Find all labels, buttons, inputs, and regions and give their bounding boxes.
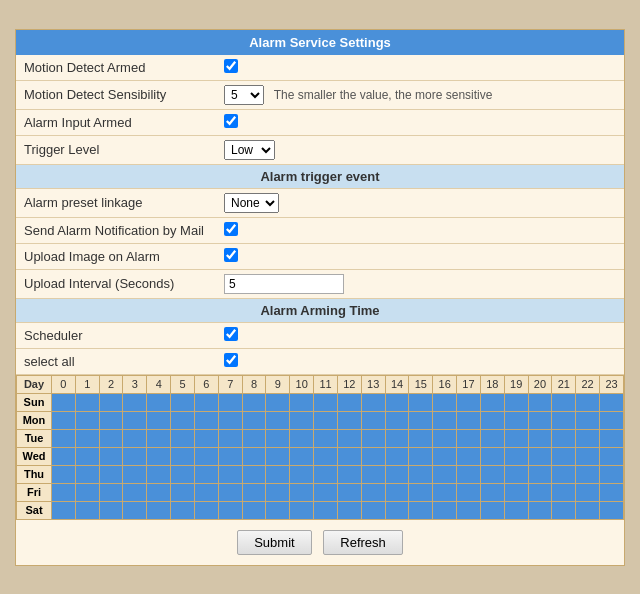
schedule-cell-mon-13[interactable] <box>361 411 385 429</box>
schedule-cell-sun-7[interactable] <box>218 393 242 411</box>
submit-button[interactable]: Submit <box>237 530 311 555</box>
schedule-cell-sat-13[interactable] <box>361 501 385 519</box>
schedule-cell-fri-21[interactable] <box>552 483 576 501</box>
schedule-cell-sat-18[interactable] <box>480 501 504 519</box>
schedule-cell-sat-0[interactable] <box>52 501 76 519</box>
schedule-cell-fri-7[interactable] <box>218 483 242 501</box>
schedule-cell-mon-22[interactable] <box>576 411 600 429</box>
schedule-cell-fri-10[interactable] <box>290 483 314 501</box>
schedule-cell-wed-16[interactable] <box>433 447 457 465</box>
schedule-cell-sat-16[interactable] <box>433 501 457 519</box>
schedule-cell-wed-5[interactable] <box>171 447 195 465</box>
schedule-cell-fri-12[interactable] <box>337 483 361 501</box>
schedule-cell-sun-4[interactable] <box>147 393 171 411</box>
schedule-cell-wed-1[interactable] <box>75 447 99 465</box>
schedule-cell-thu-2[interactable] <box>99 465 123 483</box>
schedule-cell-mon-1[interactable] <box>75 411 99 429</box>
schedule-cell-thu-8[interactable] <box>242 465 266 483</box>
schedule-cell-mon-10[interactable] <box>290 411 314 429</box>
schedule-cell-fri-17[interactable] <box>457 483 481 501</box>
schedule-cell-tue-1[interactable] <box>75 429 99 447</box>
schedule-cell-sun-19[interactable] <box>504 393 528 411</box>
schedule-cell-sat-14[interactable] <box>385 501 409 519</box>
schedule-cell-sat-15[interactable] <box>409 501 433 519</box>
schedule-cell-mon-18[interactable] <box>480 411 504 429</box>
alarm-input-armed-checkbox[interactable] <box>224 114 238 128</box>
schedule-cell-wed-9[interactable] <box>266 447 290 465</box>
schedule-cell-sun-16[interactable] <box>433 393 457 411</box>
schedule-cell-fri-3[interactable] <box>123 483 147 501</box>
schedule-cell-sat-9[interactable] <box>266 501 290 519</box>
schedule-cell-sat-21[interactable] <box>552 501 576 519</box>
schedule-cell-sun-2[interactable] <box>99 393 123 411</box>
schedule-cell-sat-20[interactable] <box>528 501 552 519</box>
schedule-cell-mon-3[interactable] <box>123 411 147 429</box>
schedule-cell-wed-11[interactable] <box>314 447 338 465</box>
schedule-cell-thu-23[interactable] <box>600 465 624 483</box>
trigger-level-select[interactable]: LowHigh <box>224 140 275 160</box>
schedule-cell-wed-19[interactable] <box>504 447 528 465</box>
schedule-cell-tue-0[interactable] <box>52 429 76 447</box>
schedule-cell-tue-8[interactable] <box>242 429 266 447</box>
schedule-cell-thu-7[interactable] <box>218 465 242 483</box>
schedule-cell-fri-22[interactable] <box>576 483 600 501</box>
schedule-cell-sat-11[interactable] <box>314 501 338 519</box>
schedule-cell-thu-5[interactable] <box>171 465 195 483</box>
schedule-cell-fri-11[interactable] <box>314 483 338 501</box>
schedule-cell-sun-12[interactable] <box>337 393 361 411</box>
schedule-cell-mon-23[interactable] <box>600 411 624 429</box>
schedule-cell-fri-4[interactable] <box>147 483 171 501</box>
schedule-cell-mon-15[interactable] <box>409 411 433 429</box>
schedule-cell-tue-2[interactable] <box>99 429 123 447</box>
schedule-cell-sun-21[interactable] <box>552 393 576 411</box>
schedule-cell-wed-12[interactable] <box>337 447 361 465</box>
schedule-cell-tue-20[interactable] <box>528 429 552 447</box>
schedule-cell-wed-14[interactable] <box>385 447 409 465</box>
schedule-cell-wed-13[interactable] <box>361 447 385 465</box>
schedule-cell-sat-17[interactable] <box>457 501 481 519</box>
schedule-cell-tue-5[interactable] <box>171 429 195 447</box>
upload-interval-input[interactable] <box>224 274 344 294</box>
schedule-cell-sun-14[interactable] <box>385 393 409 411</box>
schedule-cell-wed-3[interactable] <box>123 447 147 465</box>
schedule-cell-tue-21[interactable] <box>552 429 576 447</box>
schedule-cell-tue-18[interactable] <box>480 429 504 447</box>
schedule-cell-thu-12[interactable] <box>337 465 361 483</box>
schedule-cell-wed-4[interactable] <box>147 447 171 465</box>
select-all-checkbox[interactable] <box>224 353 238 367</box>
schedule-cell-thu-18[interactable] <box>480 465 504 483</box>
schedule-cell-mon-4[interactable] <box>147 411 171 429</box>
schedule-cell-sun-8[interactable] <box>242 393 266 411</box>
schedule-cell-tue-6[interactable] <box>194 429 218 447</box>
schedule-cell-sun-23[interactable] <box>600 393 624 411</box>
refresh-button[interactable]: Refresh <box>323 530 403 555</box>
alarm-preset-select[interactable]: None1234 <box>224 193 279 213</box>
schedule-cell-sun-17[interactable] <box>457 393 481 411</box>
motion-detect-armed-checkbox[interactable] <box>224 59 238 73</box>
schedule-cell-sun-5[interactable] <box>171 393 195 411</box>
schedule-cell-thu-21[interactable] <box>552 465 576 483</box>
schedule-cell-sun-11[interactable] <box>314 393 338 411</box>
schedule-cell-sat-19[interactable] <box>504 501 528 519</box>
schedule-cell-thu-3[interactable] <box>123 465 147 483</box>
schedule-cell-tue-22[interactable] <box>576 429 600 447</box>
schedule-cell-tue-4[interactable] <box>147 429 171 447</box>
schedule-cell-tue-16[interactable] <box>433 429 457 447</box>
schedule-cell-thu-19[interactable] <box>504 465 528 483</box>
schedule-cell-mon-9[interactable] <box>266 411 290 429</box>
schedule-cell-mon-14[interactable] <box>385 411 409 429</box>
schedule-cell-sat-2[interactable] <box>99 501 123 519</box>
schedule-cell-sun-10[interactable] <box>290 393 314 411</box>
schedule-cell-thu-11[interactable] <box>314 465 338 483</box>
schedule-cell-wed-20[interactable] <box>528 447 552 465</box>
schedule-cell-sun-15[interactable] <box>409 393 433 411</box>
schedule-cell-fri-8[interactable] <box>242 483 266 501</box>
schedule-cell-fri-13[interactable] <box>361 483 385 501</box>
schedule-cell-sat-4[interactable] <box>147 501 171 519</box>
schedule-cell-fri-6[interactable] <box>194 483 218 501</box>
schedule-cell-mon-19[interactable] <box>504 411 528 429</box>
schedule-cell-thu-13[interactable] <box>361 465 385 483</box>
schedule-cell-wed-6[interactable] <box>194 447 218 465</box>
schedule-cell-thu-17[interactable] <box>457 465 481 483</box>
schedule-cell-mon-20[interactable] <box>528 411 552 429</box>
